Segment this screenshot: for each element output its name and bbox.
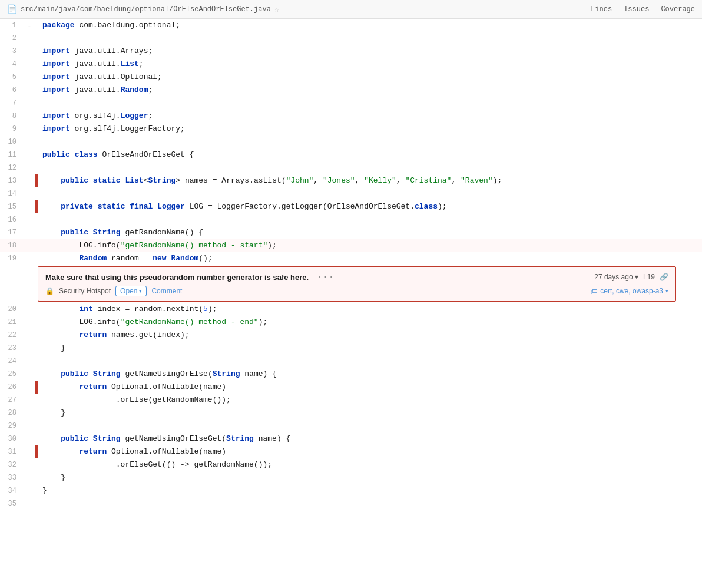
open-button[interactable]: Open ▾ <box>115 286 147 296</box>
code-line: 24 <box>0 355 702 368</box>
line-content: import java.util.List; <box>38 58 702 71</box>
code-line: 10 <box>0 136 702 148</box>
file-path: 📄 src/main/java/com/baeldung/optional/Or… <box>7 4 279 14</box>
code-line: 5import java.util.Optional; <box>0 71 702 84</box>
line-dots <box>24 84 35 97</box>
line-content: } <box>38 407 702 419</box>
line-number: 14 <box>0 187 24 200</box>
line-number: 29 <box>0 419 24 432</box>
line-content <box>38 355 702 368</box>
code-line: 33 } <box>0 471 702 484</box>
line-dots <box>24 200 35 213</box>
hotspot-ago: 27 days ago ▾ <box>594 273 638 281</box>
line-content: package com.baeldung.optional; <box>38 19 702 32</box>
header-tabs: LinesIssuesCoverage <box>591 4 695 15</box>
line-number: 23 <box>0 342 24 355</box>
line-content: int index = random.nextInt(5); <box>38 303 702 316</box>
line-dots <box>24 136 35 148</box>
code-line: 29 <box>0 419 702 432</box>
line-number: 7 <box>0 97 24 110</box>
line-number: 17 <box>0 226 24 239</box>
line-content <box>38 136 702 148</box>
line-dots <box>24 432 35 445</box>
line-content: } <box>38 342 702 355</box>
line-number: 21 <box>0 316 24 329</box>
line-dots <box>24 213 35 226</box>
line-number: 2 <box>0 32 24 45</box>
line-number: 1 <box>0 19 24 32</box>
line-content: LOG.info("getRandomName() method - start… <box>38 239 702 252</box>
line-content: } <box>38 471 702 484</box>
line-number: 25 <box>0 368 24 381</box>
line-number: 6 <box>0 84 24 97</box>
line-number: 19 <box>0 252 24 265</box>
line-dots <box>24 226 35 239</box>
line-number: 27 <box>0 394 24 407</box>
line-number: 32 <box>0 458 24 471</box>
header-tab-lines[interactable]: Lines <box>591 4 612 15</box>
code-line: 26 return Optional.ofNullable(name) <box>0 381 702 394</box>
line-number: 24 <box>0 355 24 368</box>
code-area: 1…package com.baeldung.optional;23import… <box>0 19 702 510</box>
line-content: LOG.info("getRandomName() method - end")… <box>38 316 702 329</box>
code-line: 28 } <box>0 407 702 419</box>
code-line: 3import java.util.Arrays; <box>0 45 702 58</box>
line-content: public class OrElseAndOrElseGet { <box>38 148 702 161</box>
code-line: 17 public String getRandomName() { <box>0 226 702 239</box>
line-dots <box>24 97 35 110</box>
line-dots <box>24 329 35 342</box>
code-line: 15 private static final Logger LOG = Log… <box>0 200 702 213</box>
security-hotspot-box: Make sure that using this pseudorandom n… <box>38 266 676 302</box>
code-line: 12 <box>0 161 702 174</box>
line-dots: … <box>24 19 35 32</box>
code-line: 25 public String getNameUsingOrElse(Stri… <box>0 368 702 381</box>
code-line: 23 } <box>0 342 702 355</box>
line-dots <box>24 407 35 419</box>
line-content: .orElse(getRandomName()); <box>38 394 702 407</box>
hotspot-meta: 27 days ago ▾ L19 🔗 <box>594 273 668 281</box>
line-number: 30 <box>0 432 24 445</box>
code-line: 32 .orElseGet(() -> getRandomName()); <box>0 458 702 471</box>
open-chevron-icon: ▾ <box>139 288 142 294</box>
line-content: return names.get(index); <box>38 329 702 342</box>
tags-chevron-icon[interactable]: ▾ <box>665 288 668 294</box>
header-tab-issues[interactable]: Issues <box>624 4 649 15</box>
line-content <box>38 97 702 110</box>
line-content <box>38 213 702 226</box>
hotspot-header: Make sure that using this pseudorandom n… <box>45 272 668 282</box>
line-content: private static final Logger LOG = Logger… <box>38 200 702 213</box>
line-content: public String getNameUsingOrElse(String … <box>38 368 702 381</box>
line-dots <box>24 174 35 187</box>
line-number: 33 <box>0 471 24 484</box>
code-line: 14 <box>0 187 702 200</box>
line-dots <box>24 110 35 123</box>
line-dots <box>24 123 35 136</box>
security-hotspot-label: Security Hotspot <box>59 287 111 295</box>
line-content: .orElseGet(() -> getRandomName()); <box>38 458 702 471</box>
line-number: 12 <box>0 161 24 174</box>
hotspot-dots-menu[interactable]: ··· <box>317 272 334 282</box>
code-line: 18 LOG.info("getRandomName() method - st… <box>0 239 702 252</box>
code-line: 11public class OrElseAndOrElseGet { <box>0 148 702 161</box>
line-dots <box>24 252 35 265</box>
line-number: 13 <box>0 174 24 187</box>
code-line: 21 LOG.info("getRandomName() method - en… <box>0 316 702 329</box>
comment-button[interactable]: Comment <box>151 287 182 295</box>
code-line: 19 Random random = new Random(); <box>0 252 702 265</box>
star-icon[interactable]: ☆ <box>274 5 279 14</box>
hotspot-external-link-icon[interactable]: 🔗 <box>660 273 668 281</box>
line-number: 8 <box>0 110 24 123</box>
line-dots <box>24 342 35 355</box>
code-line: 8import org.slf4j.Logger; <box>0 110 702 123</box>
line-content: import java.util.Optional; <box>38 71 702 84</box>
header-tab-coverage[interactable]: Coverage <box>661 4 695 15</box>
code-line: 2 <box>0 32 702 45</box>
line-dots <box>24 445 35 458</box>
line-content: } <box>38 484 702 497</box>
editor-container: 1…package com.baeldung.optional;23import… <box>0 19 702 588</box>
hotspot-footer: 🔒 Security Hotspot Open ▾ Comment 🏷 cert… <box>45 286 668 296</box>
file-icon: 📄 <box>7 4 17 14</box>
line-number: 10 <box>0 136 24 148</box>
code-line: 1…package com.baeldung.optional; <box>0 19 702 32</box>
code-line: 22 return names.get(index); <box>0 329 702 342</box>
